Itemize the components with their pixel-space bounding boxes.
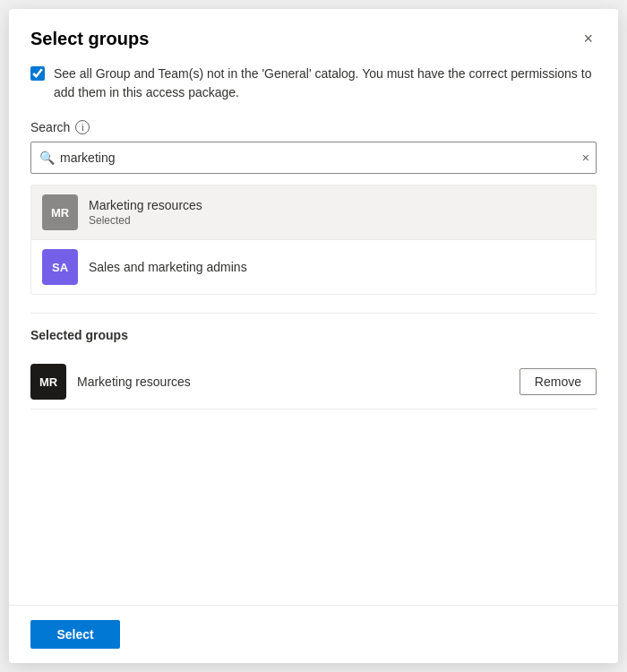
selected-item-name-mr: Marketing resources [77, 375, 509, 389]
divider [30, 313, 597, 314]
avatar-mr-gray: MR [42, 194, 78, 230]
dialog-header: Select groups × [9, 9, 618, 65]
result-text-mr: Marketing resources Selected [89, 198, 202, 227]
search-icon: 🔍 [39, 151, 55, 165]
search-input-wrapper: 🔍 × [30, 142, 597, 174]
selected-groups-list: MR Marketing resources Remove [30, 355, 597, 409]
close-button[interactable]: × [580, 27, 597, 50]
avatar-mr-black: MR [30, 364, 66, 400]
see-all-checkbox-row: See all Group and Team(s) not in the 'Ge… [30, 65, 597, 102]
selected-groups-section: Selected groups MR Marketing resources R… [30, 328, 597, 409]
result-item-marketing-resources[interactable]: MR Marketing resources Selected [31, 185, 596, 240]
result-item-sales-marketing[interactable]: SA Sales and marketing admins [31, 240, 596, 294]
clear-search-icon[interactable]: × [582, 151, 589, 165]
dialog-body: See all Group and Team(s) not in the 'Ge… [9, 65, 618, 605]
search-label-row: Search i [30, 120, 597, 134]
result-text-sa: Sales and marketing admins [89, 260, 247, 274]
search-label: Search [30, 120, 70, 134]
result-status-mr: Selected [89, 214, 202, 227]
select-button[interactable]: Select [30, 620, 120, 649]
result-name-sa: Sales and marketing admins [89, 260, 247, 274]
see-all-checkbox[interactable] [30, 66, 45, 81]
selected-row-marketing-resources: MR Marketing resources Remove [30, 355, 597, 409]
select-groups-dialog: Select groups × See all Group and Team(s… [9, 9, 618, 663]
search-results-list: MR Marketing resources Selected SA Sales… [30, 185, 597, 295]
selected-groups-title: Selected groups [30, 328, 597, 342]
dialog-title: Select groups [30, 29, 149, 49]
result-name-mr: Marketing resources [89, 198, 202, 212]
remove-button-mr[interactable]: Remove [520, 368, 597, 395]
search-info-icon[interactable]: i [75, 120, 90, 134]
see-all-label: See all Group and Team(s) not in the 'Ge… [54, 65, 597, 102]
avatar-sa: SA [42, 249, 78, 285]
search-input[interactable] [30, 142, 597, 174]
dialog-footer: Select [9, 605, 618, 663]
